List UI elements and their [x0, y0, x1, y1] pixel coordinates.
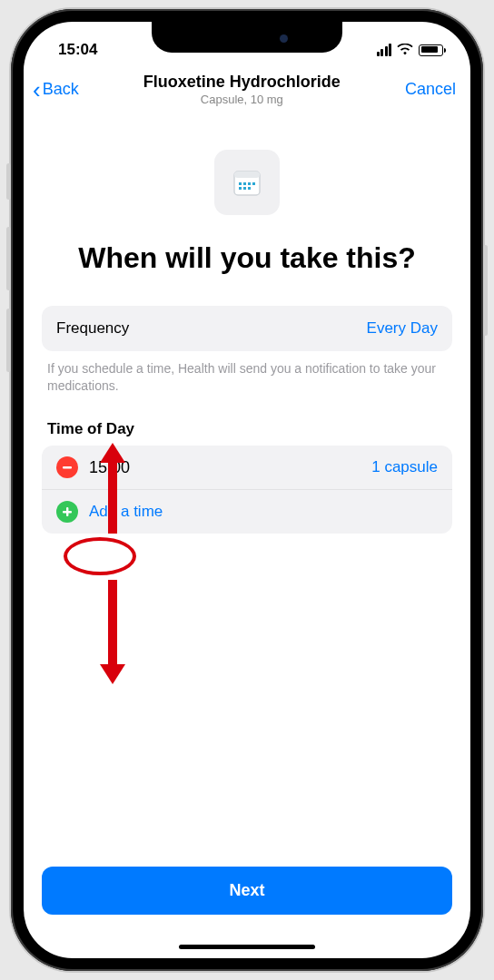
- wifi-icon: [397, 44, 413, 56]
- add-time-row[interactable]: Add a time: [42, 489, 452, 534]
- frequency-value: Every Day: [367, 319, 438, 338]
- annotation-arrow-down: [100, 580, 125, 684]
- content: When will you take this? Frequency Every…: [24, 115, 470, 958]
- status-time: 15:04: [58, 41, 97, 59]
- side-button: [483, 245, 488, 336]
- side-button: [6, 163, 11, 200]
- minus-icon: [61, 461, 74, 474]
- add-time-label: Add a time: [89, 503, 163, 521]
- chevron-left-icon: ‹: [33, 78, 41, 102]
- cancel-button[interactable]: Cancel: [405, 80, 456, 99]
- time-card: 15:00 1 capsule Add a time: [42, 446, 452, 534]
- battery-icon: [419, 44, 443, 56]
- screen: 15:04 ‹ Back Fluoxetine Hydrochloride Ca…: [24, 22, 470, 958]
- annotation-circle: [64, 537, 136, 575]
- time-row: 15:00 1 capsule: [42, 446, 452, 489]
- nav-title-group: Fluoxetine Hydrochloride Capsule, 10 mg: [79, 73, 405, 106]
- back-button[interactable]: ‹ Back: [33, 78, 79, 102]
- plus-icon: [61, 505, 74, 518]
- heading: When will you take this?: [42, 240, 452, 275]
- time-value[interactable]: 15:00: [89, 458, 130, 477]
- page-subtitle: Capsule, 10 mg: [79, 93, 405, 106]
- svg-rect-9: [63, 466, 72, 468]
- add-time-button[interactable]: [56, 501, 78, 523]
- nav-bar: ‹ Back Fluoxetine Hydrochloride Capsule,…: [24, 65, 470, 115]
- svg-rect-5: [252, 182, 255, 185]
- svg-rect-11: [63, 511, 72, 513]
- hint-text: If you schedule a time, Health will send…: [42, 351, 452, 395]
- svg-rect-1: [234, 172, 260, 178]
- svg-rect-2: [239, 182, 242, 185]
- frequency-card[interactable]: Frequency Every Day: [42, 306, 452, 351]
- status-icons: [377, 44, 444, 56]
- hero-icon-wrap: [42, 150, 452, 215]
- page-title: Fluoxetine Hydrochloride: [79, 73, 405, 92]
- next-button[interactable]: Next: [42, 867, 452, 915]
- side-button: [6, 227, 11, 290]
- frequency-label: Frequency: [56, 319, 129, 338]
- svg-rect-4: [248, 182, 251, 185]
- time-section-label: Time of Day: [47, 420, 452, 438]
- svg-rect-7: [243, 187, 246, 190]
- svg-rect-3: [243, 182, 246, 185]
- svg-rect-6: [239, 187, 242, 190]
- dosage-value[interactable]: 1 capsule: [371, 458, 438, 476]
- svg-rect-8: [248, 187, 251, 190]
- phone-frame: 15:04 ‹ Back Fluoxetine Hydrochloride Ca…: [11, 9, 483, 971]
- remove-time-button[interactable]: [56, 456, 78, 478]
- notch: [152, 22, 342, 53]
- home-indicator[interactable]: [179, 945, 315, 949]
- side-button: [6, 309, 11, 372]
- back-label: Back: [43, 80, 79, 99]
- calendar-icon: [214, 150, 280, 215]
- cellular-icon: [377, 44, 392, 56]
